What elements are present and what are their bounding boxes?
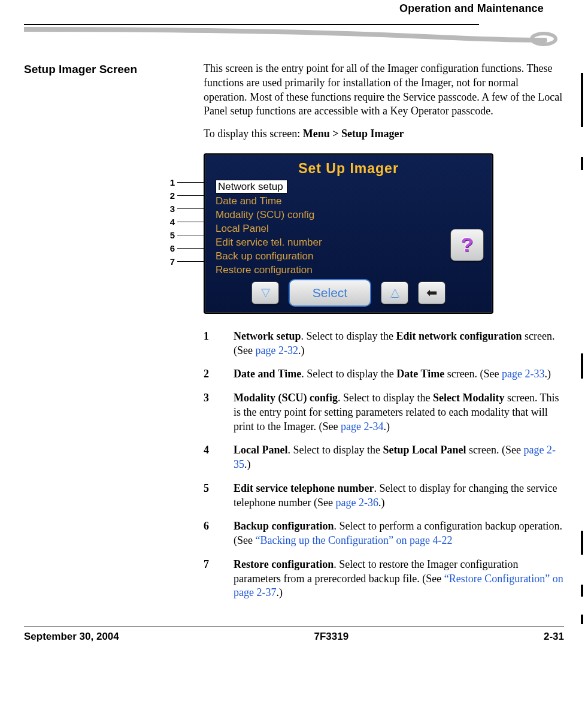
link-page-2-32[interactable]: page 2-32 bbox=[255, 344, 298, 356]
down-button[interactable]: ▽ bbox=[251, 282, 279, 304]
header-ornament bbox=[24, 17, 564, 47]
arrow-left-icon: ⬅ bbox=[426, 284, 437, 301]
question-icon: ? bbox=[461, 231, 474, 258]
help-button[interactable]: ? bbox=[450, 229, 484, 261]
panel-menu: Network setup Date and Time Modality (SC… bbox=[205, 180, 492, 277]
panel-title: Set Up Imager bbox=[205, 155, 492, 180]
intro-paragraph-1: This screen is the entry point for all o… bbox=[204, 62, 564, 119]
link-page-2-34[interactable]: page 2-34 bbox=[341, 421, 383, 432]
running-header: Operation and Maintenance bbox=[24, 0, 564, 17]
footer-docnum: 7F3319 bbox=[314, 631, 349, 643]
menu-item-modality-config[interactable]: Modality (SCU) config bbox=[216, 208, 481, 222]
item-4: 4 Local Panel. Select to display the Set… bbox=[204, 443, 564, 472]
back-button[interactable]: ⬅ bbox=[418, 282, 445, 304]
menu-item-local-panel[interactable]: Local Panel bbox=[216, 222, 481, 235]
change-bar bbox=[581, 353, 583, 379]
menu-item-date-time[interactable]: Date and Time bbox=[216, 194, 481, 208]
change-bar bbox=[581, 73, 583, 127]
item-3: 3 Modality (SCU) config. Select to displ… bbox=[204, 391, 564, 434]
link-page-2-33[interactable]: page 2-33 bbox=[502, 368, 544, 380]
link-page-2-36[interactable]: page 2-36 bbox=[335, 497, 378, 509]
up-button[interactable]: △ bbox=[381, 282, 408, 304]
main-content: This screen is the entry point for all o… bbox=[204, 62, 564, 610]
footer-date: September 30, 2004 bbox=[24, 631, 119, 643]
menu-item-backup-config[interactable]: Back up configuration bbox=[216, 249, 481, 263]
item-6: 6 Backup configuration. Select to perfor… bbox=[204, 519, 564, 548]
triangle-down-icon: ▽ bbox=[261, 285, 270, 301]
item-5: 5 Edit service telephone number. Select … bbox=[204, 482, 564, 510]
triangle-up-icon: △ bbox=[390, 285, 399, 301]
link-backing-up-config[interactable]: “Backing up the Configuration” on page 4… bbox=[255, 534, 452, 546]
side-heading: Setup Imager Screen bbox=[24, 62, 204, 76]
select-button[interactable]: Select bbox=[289, 279, 371, 307]
page-footer: September 30, 2004 7F3319 2-31 bbox=[24, 627, 564, 643]
item-1: 1 Network setup. Select to display the E… bbox=[204, 329, 564, 358]
change-bar bbox=[581, 531, 583, 555]
menu-item-restore-config[interactable]: Restore configuration bbox=[216, 263, 481, 277]
menu-item-network-setup[interactable]: Network setup bbox=[216, 180, 287, 193]
change-bar bbox=[581, 615, 583, 624]
change-bar bbox=[581, 585, 583, 597]
setup-imager-figure: 1 2 3 4 5 6 7 Set Up Imager Network setu… bbox=[204, 153, 564, 316]
footer-pagenum: 2-31 bbox=[544, 631, 564, 643]
item-2: 2 Date and Time. Select to display the D… bbox=[204, 367, 564, 382]
menu-item-edit-service-tel[interactable]: Edit service tel. number bbox=[216, 235, 481, 249]
change-bar bbox=[581, 157, 583, 170]
setup-imager-panel: Set Up Imager Network setup Date and Tim… bbox=[204, 153, 493, 314]
item-7: 7 Restore configuration. Select to resto… bbox=[204, 558, 564, 600]
intro-paragraph-2: To display this screen: Menu > Setup Ima… bbox=[204, 127, 564, 141]
